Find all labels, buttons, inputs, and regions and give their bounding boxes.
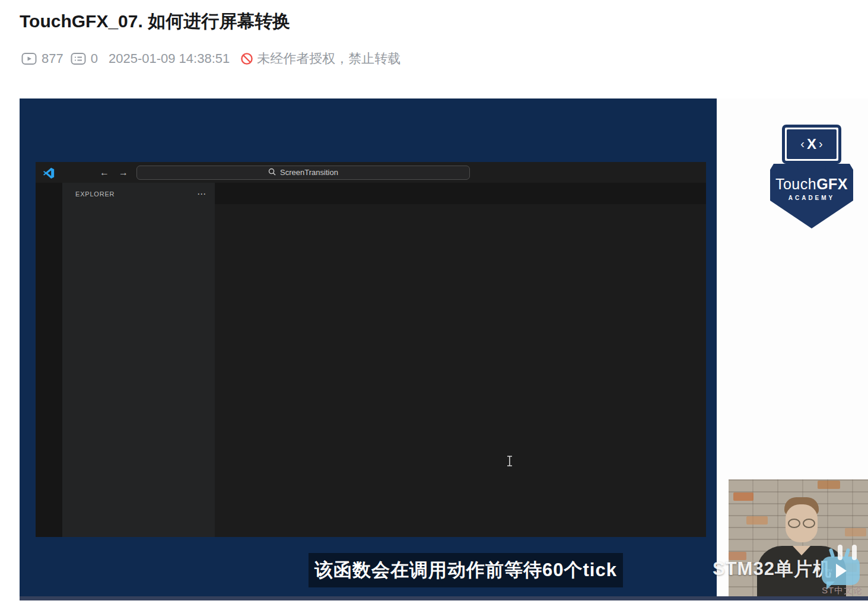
logo-monitor-icon: ‹ X ›: [782, 125, 841, 164]
explorer-sidebar: EXPLORER ⋯: [62, 183, 215, 537]
watermark-bar: [838, 545, 842, 560]
logo-title: TouchGFX: [770, 176, 853, 193]
logo-angle-right: ›: [819, 137, 823, 151]
danmaku-icon: [71, 52, 86, 66]
command-search-input[interactable]: ScreenTransition: [136, 166, 470, 180]
nav-arrows: ← →: [100, 167, 128, 178]
view-count-value: 877: [42, 51, 63, 66]
vscode-window: ← → ScreenTransition EXPLORER ⋯: [36, 162, 706, 537]
activity-bar: [36, 183, 62, 537]
play-count-icon: [21, 52, 37, 66]
watermark-bar: [852, 545, 857, 560]
breadcrumb[interactable]: [215, 204, 706, 218]
explorer-header: EXPLORER ⋯: [62, 183, 215, 204]
no-reprint-text: 未经作者授权，禁止转载: [257, 50, 400, 68]
code-editor[interactable]: [215, 218, 706, 537]
video-progress-bar[interactable]: [20, 596, 868, 600]
vscode-main: EXPLORER ⋯: [36, 183, 706, 537]
text-cursor-icon: [506, 456, 513, 466]
explorer-title: EXPLORER: [75, 190, 115, 198]
stm32-watermark: STM32单片机: [713, 557, 832, 581]
vscode-titlebar: ← → ScreenTransition: [36, 162, 706, 183]
presenter-glasses: [788, 519, 815, 528]
vscode-logo-icon: [43, 167, 55, 179]
copyright-notice: 未经作者授权，禁止转载: [240, 50, 400, 68]
logo-letter: X: [807, 136, 816, 152]
editor-column: [215, 183, 706, 537]
publish-date: 2025-01-09 14:38:51: [109, 51, 230, 66]
brick-decor: [733, 492, 753, 501]
logo-monitor-stand: [797, 166, 826, 170]
no-reprint-icon: [240, 52, 253, 65]
explorer-more-actions[interactable]: ⋯: [197, 189, 206, 199]
touchgfx-academy-logo: ‹ X › TouchGFX ACADEMY: [770, 125, 853, 228]
video-meta-row: 877 0 2025-01-09 14:38:51 未经作者授权，禁止转载: [21, 50, 400, 68]
back-arrow[interactable]: ←: [100, 167, 109, 178]
academy-panel: ‹ X › TouchGFX ACADEMY: [717, 98, 868, 600]
bilibili-logo-icon: [822, 557, 860, 585]
danmaku-count-value: 0: [91, 51, 98, 66]
brick-decor: [818, 481, 840, 489]
brick-decor: [746, 516, 768, 525]
search-icon: [268, 168, 276, 177]
editor-tabstrip: [215, 183, 706, 204]
search-value: ScreenTransition: [280, 168, 338, 177]
video-subtitle: 该函数会在调用动作前等待60个tick: [309, 553, 623, 587]
view-count: 877: [21, 51, 63, 66]
logo-angle-left: ‹: [800, 137, 805, 151]
brick-decor: [845, 528, 866, 536]
page-title: TouchGFX_07. 如何进行屏幕转换: [20, 9, 290, 34]
forward-arrow[interactable]: →: [119, 167, 128, 178]
video-player[interactable]: ← → ScreenTransition EXPLORER ⋯: [20, 98, 868, 600]
danmaku-count: 0: [71, 51, 98, 66]
logo-subtitle: ACADEMY: [770, 195, 853, 201]
